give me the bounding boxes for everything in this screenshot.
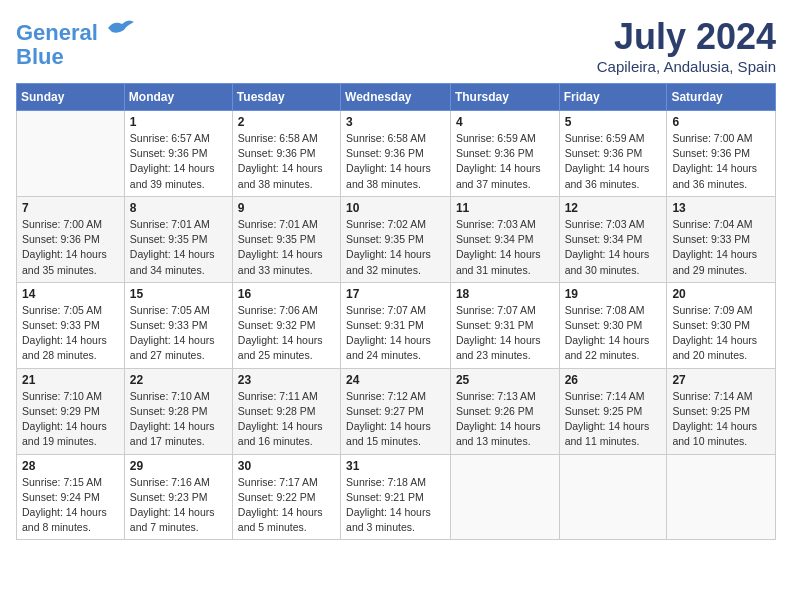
- day-info: Sunrise: 7:18 AM Sunset: 9:21 PM Dayligh…: [346, 475, 445, 536]
- day-number: 9: [238, 201, 335, 215]
- day-number: 29: [130, 459, 227, 473]
- title-block: July 2024 Capileira, Andalusia, Spain: [597, 16, 776, 75]
- day-number: 22: [130, 373, 227, 387]
- logo-text-blue: Blue: [16, 45, 136, 69]
- day-info: Sunrise: 7:03 AM Sunset: 9:34 PM Dayligh…: [565, 217, 662, 278]
- day-number: 1: [130, 115, 227, 129]
- week-row-3: 14Sunrise: 7:05 AM Sunset: 9:33 PM Dayli…: [17, 282, 776, 368]
- day-number: 7: [22, 201, 119, 215]
- day-number: 8: [130, 201, 227, 215]
- calendar-cell: 29Sunrise: 7:16 AM Sunset: 9:23 PM Dayli…: [124, 454, 232, 540]
- day-info: Sunrise: 7:14 AM Sunset: 9:25 PM Dayligh…: [565, 389, 662, 450]
- day-info: Sunrise: 7:04 AM Sunset: 9:33 PM Dayligh…: [672, 217, 770, 278]
- day-number: 26: [565, 373, 662, 387]
- day-number: 19: [565, 287, 662, 301]
- location-subtitle: Capileira, Andalusia, Spain: [597, 58, 776, 75]
- day-info: Sunrise: 7:07 AM Sunset: 9:31 PM Dayligh…: [456, 303, 554, 364]
- day-number: 13: [672, 201, 770, 215]
- day-info: Sunrise: 7:05 AM Sunset: 9:33 PM Dayligh…: [130, 303, 227, 364]
- day-info: Sunrise: 7:09 AM Sunset: 9:30 PM Dayligh…: [672, 303, 770, 364]
- day-number: 28: [22, 459, 119, 473]
- day-info: Sunrise: 7:03 AM Sunset: 9:34 PM Dayligh…: [456, 217, 554, 278]
- day-info: Sunrise: 7:10 AM Sunset: 9:28 PM Dayligh…: [130, 389, 227, 450]
- calendar-cell: 25Sunrise: 7:13 AM Sunset: 9:26 PM Dayli…: [450, 368, 559, 454]
- calendar-cell: 9Sunrise: 7:01 AM Sunset: 9:35 PM Daylig…: [232, 196, 340, 282]
- day-info: Sunrise: 7:00 AM Sunset: 9:36 PM Dayligh…: [22, 217, 119, 278]
- calendar-cell: [667, 454, 776, 540]
- day-number: 20: [672, 287, 770, 301]
- day-info: Sunrise: 6:57 AM Sunset: 9:36 PM Dayligh…: [130, 131, 227, 192]
- calendar-cell: 3Sunrise: 6:58 AM Sunset: 9:36 PM Daylig…: [341, 111, 451, 197]
- day-info: Sunrise: 6:58 AM Sunset: 9:36 PM Dayligh…: [346, 131, 445, 192]
- calendar-cell: 19Sunrise: 7:08 AM Sunset: 9:30 PM Dayli…: [559, 282, 667, 368]
- calendar-cell: 6Sunrise: 7:00 AM Sunset: 9:36 PM Daylig…: [667, 111, 776, 197]
- calendar-cell: 28Sunrise: 7:15 AM Sunset: 9:24 PM Dayli…: [17, 454, 125, 540]
- day-number: 31: [346, 459, 445, 473]
- calendar-cell: 1Sunrise: 6:57 AM Sunset: 9:36 PM Daylig…: [124, 111, 232, 197]
- day-info: Sunrise: 7:05 AM Sunset: 9:33 PM Dayligh…: [22, 303, 119, 364]
- calendar-cell: 11Sunrise: 7:03 AM Sunset: 9:34 PM Dayli…: [450, 196, 559, 282]
- day-info: Sunrise: 7:02 AM Sunset: 9:35 PM Dayligh…: [346, 217, 445, 278]
- day-number: 15: [130, 287, 227, 301]
- day-info: Sunrise: 7:17 AM Sunset: 9:22 PM Dayligh…: [238, 475, 335, 536]
- calendar-cell: 14Sunrise: 7:05 AM Sunset: 9:33 PM Dayli…: [17, 282, 125, 368]
- day-number: 21: [22, 373, 119, 387]
- day-number: 12: [565, 201, 662, 215]
- day-info: Sunrise: 7:13 AM Sunset: 9:26 PM Dayligh…: [456, 389, 554, 450]
- day-number: 4: [456, 115, 554, 129]
- day-info: Sunrise: 7:14 AM Sunset: 9:25 PM Dayligh…: [672, 389, 770, 450]
- logo: General Blue: [16, 16, 136, 69]
- day-info: Sunrise: 7:10 AM Sunset: 9:29 PM Dayligh…: [22, 389, 119, 450]
- header-sunday: Sunday: [17, 84, 125, 111]
- day-number: 25: [456, 373, 554, 387]
- calendar-table: SundayMondayTuesdayWednesdayThursdayFrid…: [16, 83, 776, 540]
- day-number: 18: [456, 287, 554, 301]
- week-row-5: 28Sunrise: 7:15 AM Sunset: 9:24 PM Dayli…: [17, 454, 776, 540]
- header-tuesday: Tuesday: [232, 84, 340, 111]
- calendar-cell: 4Sunrise: 6:59 AM Sunset: 9:36 PM Daylig…: [450, 111, 559, 197]
- day-info: Sunrise: 7:01 AM Sunset: 9:35 PM Dayligh…: [130, 217, 227, 278]
- calendar-cell: [450, 454, 559, 540]
- day-info: Sunrise: 6:59 AM Sunset: 9:36 PM Dayligh…: [456, 131, 554, 192]
- day-info: Sunrise: 7:12 AM Sunset: 9:27 PM Dayligh…: [346, 389, 445, 450]
- calendar-cell: 18Sunrise: 7:07 AM Sunset: 9:31 PM Dayli…: [450, 282, 559, 368]
- calendar-cell: 15Sunrise: 7:05 AM Sunset: 9:33 PM Dayli…: [124, 282, 232, 368]
- calendar-cell: 31Sunrise: 7:18 AM Sunset: 9:21 PM Dayli…: [341, 454, 451, 540]
- day-info: Sunrise: 7:15 AM Sunset: 9:24 PM Dayligh…: [22, 475, 119, 536]
- calendar-cell: 23Sunrise: 7:11 AM Sunset: 9:28 PM Dayli…: [232, 368, 340, 454]
- day-number: 24: [346, 373, 445, 387]
- header-thursday: Thursday: [450, 84, 559, 111]
- day-info: Sunrise: 6:59 AM Sunset: 9:36 PM Dayligh…: [565, 131, 662, 192]
- day-number: 3: [346, 115, 445, 129]
- day-info: Sunrise: 7:16 AM Sunset: 9:23 PM Dayligh…: [130, 475, 227, 536]
- day-number: 16: [238, 287, 335, 301]
- calendar-cell: [17, 111, 125, 197]
- day-number: 27: [672, 373, 770, 387]
- calendar-cell: 22Sunrise: 7:10 AM Sunset: 9:28 PM Dayli…: [124, 368, 232, 454]
- day-info: Sunrise: 7:06 AM Sunset: 9:32 PM Dayligh…: [238, 303, 335, 364]
- day-number: 14: [22, 287, 119, 301]
- calendar-cell: 10Sunrise: 7:02 AM Sunset: 9:35 PM Dayli…: [341, 196, 451, 282]
- logo-bird-icon: [106, 16, 136, 40]
- calendar-cell: 2Sunrise: 6:58 AM Sunset: 9:36 PM Daylig…: [232, 111, 340, 197]
- day-number: 2: [238, 115, 335, 129]
- day-number: 17: [346, 287, 445, 301]
- day-number: 6: [672, 115, 770, 129]
- day-info: Sunrise: 7:07 AM Sunset: 9:31 PM Dayligh…: [346, 303, 445, 364]
- day-info: Sunrise: 7:01 AM Sunset: 9:35 PM Dayligh…: [238, 217, 335, 278]
- calendar-cell: 30Sunrise: 7:17 AM Sunset: 9:22 PM Dayli…: [232, 454, 340, 540]
- day-info: Sunrise: 7:00 AM Sunset: 9:36 PM Dayligh…: [672, 131, 770, 192]
- calendar-cell: 24Sunrise: 7:12 AM Sunset: 9:27 PM Dayli…: [341, 368, 451, 454]
- day-number: 10: [346, 201, 445, 215]
- day-number: 11: [456, 201, 554, 215]
- header-friday: Friday: [559, 84, 667, 111]
- day-info: Sunrise: 7:11 AM Sunset: 9:28 PM Dayligh…: [238, 389, 335, 450]
- calendar-cell: 13Sunrise: 7:04 AM Sunset: 9:33 PM Dayli…: [667, 196, 776, 282]
- month-title: July 2024: [597, 16, 776, 58]
- calendar-cell: 16Sunrise: 7:06 AM Sunset: 9:32 PM Dayli…: [232, 282, 340, 368]
- calendar-cell: 21Sunrise: 7:10 AM Sunset: 9:29 PM Dayli…: [17, 368, 125, 454]
- week-row-1: 1Sunrise: 6:57 AM Sunset: 9:36 PM Daylig…: [17, 111, 776, 197]
- day-number: 30: [238, 459, 335, 473]
- day-number: 23: [238, 373, 335, 387]
- header-saturday: Saturday: [667, 84, 776, 111]
